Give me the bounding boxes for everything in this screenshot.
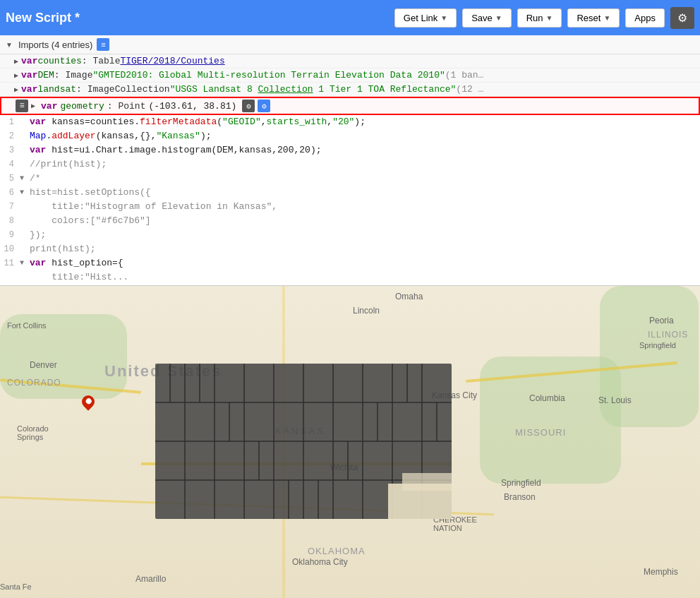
map-label-columbia: Columbia [529,393,565,403]
code-line-1: 1 var kansas=counties.filterMetadata("GE… [0,115,700,129]
map-label-branson: Branson [504,492,536,502]
svg-rect-24 [402,473,452,491]
run-arrow: ▼ [546,14,553,22]
geometry-edit-icon[interactable]: ⚙ [258,100,270,112]
map-label-springfield-il: Springfield [639,341,676,349]
apps-button[interactable]: Apps [625,8,665,28]
run-button[interactable]: Run ▼ [517,8,562,28]
kansas-map-overlay [155,364,452,519]
geometry-settings-icon[interactable]: ⚙ [242,100,255,112]
row-triangle: ▶ [14,85,18,94]
map-label-okc: Oklahoma City [292,557,348,567]
code-line-12: title:"Hist... [0,270,700,285]
map-label-springfield-mo: Springfield [501,478,541,488]
code-line-5: 5 ▼ /* [0,172,700,186]
map-label-omaha: Omaha [395,292,423,301]
header-bar: New Script * Get Link ▼ Save ▼ Run ▼ Res… [0,0,700,35]
code-line-11: 11 ▼ var hist_option={ [0,256,700,270]
get-link-button[interactable]: Get Link ▼ [394,8,457,28]
code-line-6: 6 ▼ hist=hist.setOptions({ [0,186,700,200]
map-label-stlouis: St. Louis [598,395,632,405]
code-editor[interactable]: ▼ Imports (4 entries) ≡ ▶ var counties :… [0,35,700,286]
location-pin [81,395,95,415]
map-label-denver: Denver [30,360,57,370]
pin-dot [85,397,92,405]
map-label-amarillo: Amarillo [135,574,166,584]
imports-triangle: ▼ [6,41,13,49]
row-icon[interactable]: ≡ [16,100,28,112]
code-line-4: 4 //print(hist); [0,157,700,172]
import-row-landsat: ▶ var landsat : ImageCollection "USGS La… [0,83,700,97]
row-triangle: ▶ [14,57,18,66]
map-label-lincoln: Lincoln [353,306,380,316]
script-title: New Script * [6,11,389,25]
code-line-2: 2 Map.addLayer(kansas,{},"Kansas"); [0,129,700,143]
map-label-oklahoma: OKLAHOMA [308,546,366,556]
map-label-colorado: COLORADO [7,378,61,388]
settings-button[interactable]: ⚙ [670,7,694,29]
code-line-9: 9 }); [0,228,700,242]
imports-label: Imports (4 entries) [18,40,92,50]
save-arrow: ▼ [495,14,502,22]
reset-arrow: ▼ [603,14,610,22]
import-row-dem: ▶ var DEM : Image "GMTED2010: Global Mul… [0,68,700,83]
row-triangle: ▶ [14,71,18,80]
map-label-fort-collins: Fort Collins [7,321,47,330]
map-label-memphis: Memphis [644,567,678,577]
map-label-santafe: Santa Fe [0,582,32,591]
imports-doc-icon[interactable]: ≡ [97,38,109,51]
map-label-missouri: MISSOURI [515,427,566,438]
map-label-co-springs: ColoradoSprings [17,424,49,441]
counties-link[interactable]: TIGER/2018/Counties [120,56,224,66]
code-line-3: 3 var hist=ui.Chart.image.histogram(DEM,… [0,143,700,157]
pin-circle [79,393,97,410]
row-triangle: ▶ [31,102,35,110]
code-line-7: 7 title:"Histogram of Elevation in Kansa… [0,200,700,214]
import-row-geometry: ≡ ▶ var geometry : Point (-103.61, 38.81… [0,97,700,115]
code-line-8: 8 colors:["#f6c7b6"] [0,214,700,228]
save-button[interactable]: Save ▼ [462,8,512,28]
map-area[interactable]: Omaha Lincoln Peoria Fort Collins ILLINO… [0,286,700,598]
code-line-10: 10 print(hist); [0,242,700,256]
map-label-illinois: ILLINOIS [648,330,688,340]
imports-bar: ▼ Imports (4 entries) ≡ [0,35,700,54]
map-label-peoria: Peoria [649,316,674,325]
get-link-arrow: ▼ [440,14,447,22]
import-row-counties: ▶ var counties : Table TIGER/2018/Counti… [0,54,700,68]
code-body: 1 var kansas=counties.filterMetadata("GE… [0,115,700,285]
reset-button[interactable]: Reset ▼ [567,8,620,28]
terrain-green-3 [480,357,621,484]
